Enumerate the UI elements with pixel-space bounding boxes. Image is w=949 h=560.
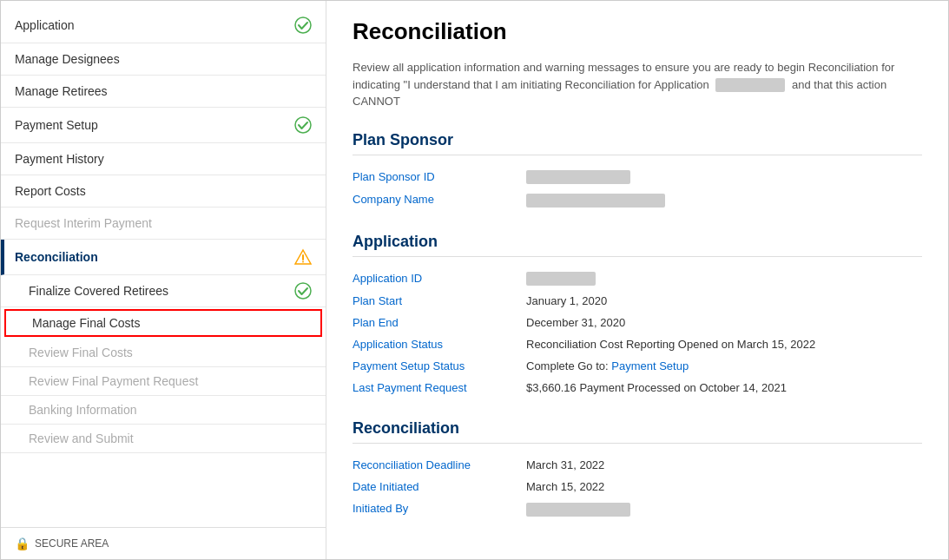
intro-text: Review all application information and w… — [353, 59, 922, 110]
sidebar-item-report-costs[interactable]: Report Costs — [1, 175, 326, 208]
info-label: Plan Start — [353, 294, 526, 307]
section-title-2: Reconciliation — [353, 419, 922, 444]
section-plan-sponsor: Plan SponsorPlan Sponsor IDCompany Name — [353, 131, 922, 212]
sidebar-item-label: Reconciliation — [15, 250, 98, 264]
info-row-1-5: Last Payment Request$3,660.16 Payment Pr… — [353, 377, 922, 399]
secure-area-footer: 🔒 SECURE AREA — [1, 527, 326, 559]
info-label: Payment Setup Status — [353, 359, 526, 372]
info-label: Date Initiated — [353, 480, 526, 493]
sidebar-item-manage-retirees[interactable]: Manage Retirees — [1, 76, 326, 108]
info-row-0-0: Plan Sponsor ID — [353, 166, 922, 189]
info-value: March 15, 2022 — [526, 480, 604, 493]
info-value: Reconciliation Cost Reporting Opened on … — [526, 338, 815, 351]
info-label: Last Payment Request — [353, 381, 526, 394]
main-container: ApplicationManage DesigneesManage Retire… — [1, 1, 948, 559]
payment-setup-link[interactable]: Payment Setup — [611, 359, 689, 372]
info-label: Application ID — [353, 272, 526, 287]
svg-point-0 — [295, 17, 311, 33]
sidebar: ApplicationManage DesigneesManage Retire… — [1, 1, 326, 559]
svg-point-1 — [295, 117, 311, 133]
page-title: Reconciliation — [353, 18, 922, 45]
info-label: Application Status — [353, 338, 526, 351]
sidebar-item-reconciliation[interactable]: Reconciliation — [1, 240, 326, 275]
sidebar-item-review-and-submit: Review and Submit — [1, 425, 326, 453]
info-row-1-1: Plan StartJanuary 1, 2020 — [353, 290, 922, 312]
info-label: Initiated By — [353, 502, 526, 517]
sidebar-item-label: Review Final Payment Request — [29, 374, 198, 388]
svg-point-4 — [302, 261, 304, 263]
sidebar-item-label: Review and Submit — [29, 432, 134, 445]
info-label: Reconciliation Deadline — [353, 458, 526, 471]
info-value — [526, 193, 665, 208]
info-label: Plan End — [353, 316, 526, 329]
check-circle-icon — [294, 16, 312, 34]
sidebar-item-label: Review Final Costs — [29, 346, 133, 359]
main-content: Reconciliation Review all application in… — [326, 1, 948, 559]
sidebar-item-request-interim-payment: Request Interim Payment — [1, 208, 326, 240]
check-circle-icon — [294, 116, 312, 134]
sidebar-item-banking-information: Banking Information — [1, 396, 326, 425]
info-value — [526, 502, 630, 517]
info-value: $3,660.16 Payment Processed on October 1… — [526, 381, 787, 394]
info-value: March 31, 2022 — [526, 458, 604, 471]
svg-point-5 — [295, 283, 311, 299]
info-row-1-2: Plan EndDecember 31, 2020 — [353, 312, 922, 333]
info-row-2-1: Date InitiatedMarch 15, 2022 — [353, 476, 922, 497]
info-row-2-2: Initiated By — [353, 497, 922, 521]
sidebar-item-review-final-payment-request: Review Final Payment Request — [1, 367, 326, 396]
sidebar-item-label: Payment History — [15, 152, 104, 166]
sidebar-item-label: Payment Setup — [15, 118, 98, 132]
sidebar-item-payment-setup[interactable]: Payment Setup — [1, 108, 326, 143]
redacted-value — [526, 503, 630, 517]
sidebar-item-label: Finalize Covered Retirees — [29, 284, 168, 298]
info-label: Company Name — [353, 193, 526, 208]
info-value: Complete Go to: Payment Setup — [526, 359, 689, 372]
sidebar-item-payment-history[interactable]: Payment History — [1, 143, 326, 175]
secure-area-label: SECURE AREA — [35, 537, 109, 550]
sidebar-item-review-final-costs: Review Final Costs — [1, 339, 326, 367]
check-circle-icon — [294, 282, 312, 300]
sidebar-item-application[interactable]: Application — [1, 8, 326, 43]
sidebar-item-finalize-covered-retirees[interactable]: Finalize Covered Retirees — [1, 275, 326, 307]
sidebar-item-label: Manage Final Costs — [32, 316, 141, 330]
warning-icon — [294, 248, 312, 266]
sidebar-item-label: Report Costs — [15, 184, 86, 198]
redacted-app-id-inline — [715, 78, 785, 92]
info-label: Plan Sponsor ID — [353, 170, 526, 185]
sidebar-item-label: Manage Designees — [15, 52, 120, 66]
info-row-1-0: Application ID — [353, 267, 922, 291]
section-title-1: Application — [353, 233, 922, 257]
sidebar-item-manage-designees[interactable]: Manage Designees — [1, 43, 326, 76]
redacted-value — [526, 272, 596, 286]
info-value: January 1, 2020 — [526, 294, 607, 307]
sidebar-item-label: Request Interim Payment — [15, 216, 152, 230]
info-value — [526, 170, 630, 185]
sidebar-items-container: ApplicationManage DesigneesManage Retire… — [1, 8, 326, 453]
info-row-2-0: Reconciliation DeadlineMarch 31, 2022 — [353, 454, 922, 476]
info-row-1-4: Payment Setup StatusComplete Go to: Paym… — [353, 355, 922, 377]
redacted-value — [526, 194, 665, 208]
lock-icon: 🔒 — [15, 537, 30, 550]
section-reconciliation: ReconciliationReconciliation DeadlineMar… — [353, 419, 922, 521]
info-row-1-3: Application StatusReconciliation Cost Re… — [353, 333, 922, 355]
sidebar-item-label: Banking Information — [29, 403, 137, 417]
redacted-value — [526, 170, 630, 184]
sidebar-item-manage-final-costs[interactable]: Manage Final Costs — [4, 309, 322, 337]
sidebar-item-label: Manage Retirees — [15, 84, 108, 98]
section-title-0: Plan Sponsor — [353, 131, 922, 155]
sections-container: Plan SponsorPlan Sponsor IDCompany NameA… — [353, 131, 922, 521]
info-value — [526, 272, 596, 287]
info-value: December 31, 2020 — [526, 316, 625, 329]
sidebar-item-label: Application — [15, 18, 75, 32]
info-row-0-1: Company Name — [353, 188, 922, 212]
section-application: ApplicationApplication IDPlan StartJanua… — [353, 233, 922, 399]
